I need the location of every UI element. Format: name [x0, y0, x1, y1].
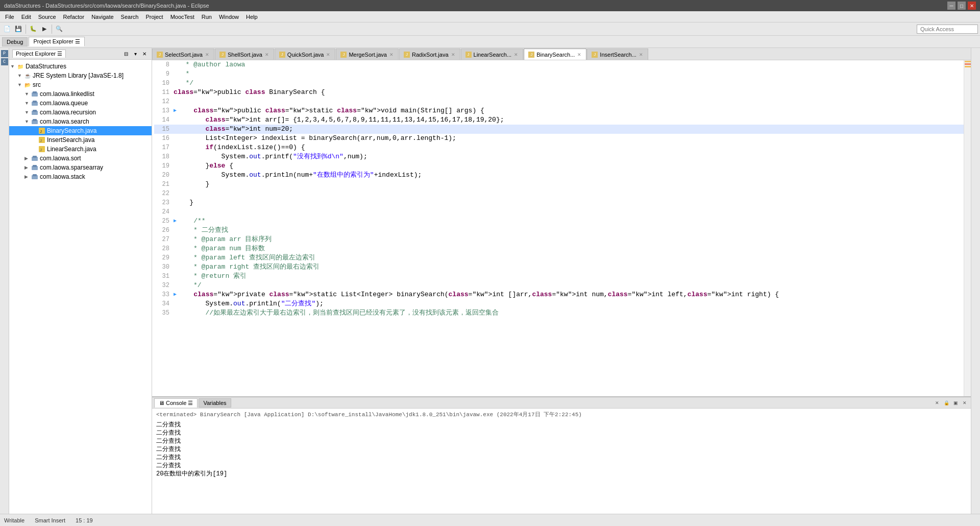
- tree-item-com-laowa-linkedlist[interactable]: ▼com.laowa.linkedlist: [9, 89, 152, 99]
- code-line-20: 20 System.out.println(num+"在数组中的索引为"+ind…: [154, 171, 964, 180]
- left-icon-2[interactable]: C: [1, 58, 8, 65]
- tree-item-jre-system-library--javase-1-8-[interactable]: ▼☕JRE System Library [JavaSE-1.8]: [9, 71, 152, 80]
- tree-item-linearsearch-java[interactable]: JLinearSearch.java: [9, 145, 152, 154]
- tree-item-binarysearch-java[interactable]: JBinarySearch.java: [9, 126, 152, 135]
- editor-tab-mergesort-java[interactable]: JMergeSort.java✕: [336, 49, 399, 60]
- console-line: 二分查找: [156, 437, 967, 445]
- code-line-26: 26 * 二分查找: [154, 226, 964, 235]
- menu-item-help[interactable]: Help: [243, 13, 261, 21]
- console-close-btn[interactable]: ✕: [961, 399, 969, 407]
- editor-tab-shellsort-java[interactable]: JShellSort.java✕: [215, 49, 274, 60]
- tree-item-insertsearch-java[interactable]: JInsertSearch.java: [9, 135, 152, 145]
- editor-tab-radixsort-java[interactable]: JRadixSort.java✕: [399, 49, 460, 60]
- explorer-header-icons: ⊟ ▾ ✕: [122, 50, 149, 58]
- perspective-project-explorer[interactable]: Project Explorer ☰: [29, 37, 84, 46]
- console-clear-btn[interactable]: ✕: [933, 399, 941, 407]
- minimize-button[interactable]: ─: [947, 2, 955, 10]
- console-maximize-btn[interactable]: ▣: [951, 399, 960, 407]
- close-button[interactable]: ✕: [968, 2, 976, 10]
- tree-item-src[interactable]: ▼📂src: [9, 80, 152, 89]
- menu-item-project[interactable]: Project: [142, 13, 166, 21]
- tree-item-datastructures[interactable]: ▼📁DataStructures: [9, 62, 152, 71]
- console-tab[interactable]: 🖥 Console ☰: [154, 398, 198, 408]
- tree-item-com-laowa-recursion[interactable]: ▼com.laowa.recursion: [9, 108, 152, 117]
- tree-item-com-laowa-search[interactable]: ▼com.laowa.search: [9, 117, 152, 126]
- tab-close-icon[interactable]: ✕: [389, 52, 394, 57]
- line-number: 25: [155, 217, 174, 226]
- maximize-button[interactable]: □: [958, 2, 966, 10]
- tab-java-icon: J: [219, 52, 226, 58]
- left-icon-1[interactable]: P: [1, 50, 8, 57]
- editor-tab-insertsearch---[interactable]: JInsertSearch...✕: [587, 49, 648, 60]
- tree-item-com-laowa-queue[interactable]: ▼com.laowa.queue: [9, 99, 152, 108]
- explorer-menu-btn[interactable]: ▾: [131, 50, 139, 58]
- menu-item-search[interactable]: Search: [118, 13, 142, 21]
- explorer-tree: ▼📁DataStructures▼☕JRE System Library [Ja…: [9, 60, 152, 514]
- line-number: 8: [155, 60, 174, 69]
- code-line-11: 11class="kw">public class BinarySearch {: [154, 88, 964, 97]
- console-scroll-lock-btn[interactable]: 🔒: [942, 399, 950, 407]
- code-content: *: [174, 69, 963, 79]
- line-number: 10: [155, 79, 174, 88]
- tree-arrow: ▼: [24, 101, 31, 106]
- menu-item-refactor[interactable]: Refactor: [60, 13, 88, 21]
- code-line-28: 28 * @param num 目标数: [154, 244, 964, 253]
- editor-tab-linearsearch---[interactable]: JLinearSearch...✕: [461, 49, 524, 60]
- menu-item-edit[interactable]: Edit: [18, 13, 34, 21]
- svg-rect-1: [33, 91, 37, 93]
- code-content: * 二分查找: [174, 226, 963, 235]
- debug-button[interactable]: 🐛: [28, 24, 38, 34]
- explorer-collapse-btn[interactable]: ⊟: [122, 50, 130, 58]
- save-button[interactable]: 💾: [13, 24, 23, 34]
- code-editor[interactable]: 8 * @author laowa9 *10 */11class="kw">pu…: [152, 60, 964, 396]
- tree-arrow: ▼: [10, 64, 16, 69]
- code-content: */: [174, 79, 963, 88]
- java-main-icon: J: [38, 127, 46, 135]
- console-line: 二分查找: [156, 429, 967, 437]
- line-number: 15: [155, 125, 174, 134]
- tab-close-icon[interactable]: ✕: [205, 52, 210, 57]
- tab-java-icon: J: [340, 52, 347, 58]
- line-number: 16: [155, 134, 174, 143]
- editor-tab-quicksort-java[interactable]: JQuickSort.java✕: [275, 49, 336, 60]
- perspective-debug[interactable]: Debug: [2, 37, 28, 46]
- quick-access-input[interactable]: [917, 25, 978, 34]
- code-line-15: 15 class="kw">int num=20;: [154, 125, 964, 134]
- tab-close-icon[interactable]: ✕: [577, 52, 582, 57]
- variables-tab[interactable]: Variables: [199, 398, 231, 408]
- line-number: 18: [155, 152, 174, 161]
- tab-close-icon[interactable]: ✕: [264, 52, 270, 57]
- search-button[interactable]: 🔍: [54, 24, 64, 34]
- tab-java-icon: J: [465, 52, 472, 58]
- tab-label: ShellSort.java: [228, 52, 262, 58]
- tab-close-icon[interactable]: ✕: [639, 52, 644, 57]
- code-content: class="kw">public class BinarySearch {: [174, 88, 963, 97]
- tab-close-icon[interactable]: ✕: [451, 52, 456, 57]
- tree-item-label: src: [33, 81, 41, 88]
- editor-right-scrollbar[interactable]: [964, 60, 971, 396]
- tree-item-com-laowa-sparsearray[interactable]: ▶com.laowa.sparsearray: [9, 163, 152, 172]
- tab-close-icon[interactable]: ✕: [513, 52, 519, 57]
- gutter-arrow-icon: ▶: [174, 106, 177, 115]
- editor-tabs: JSelectSort.java✕JShellSort.java✕JQuickS…: [152, 48, 971, 60]
- menu-item-navigate[interactable]: Navigate: [88, 13, 116, 21]
- run-button[interactable]: ▶: [39, 24, 50, 34]
- menu-item-file[interactable]: File: [2, 13, 17, 21]
- menu-item-run[interactable]: Run: [199, 13, 215, 21]
- svg-text:J: J: [40, 138, 42, 143]
- menu-item-mooctest[interactable]: MoocTest: [167, 13, 198, 21]
- menu-item-source[interactable]: Source: [35, 13, 59, 21]
- code-content: System.out.println("二分查找");: [174, 299, 963, 308]
- code-content: * @param num 目标数: [174, 244, 963, 253]
- line-number: 11: [155, 88, 174, 97]
- menu-item-window[interactable]: Window: [216, 13, 242, 21]
- tree-item-com-laowa-stack[interactable]: ▶com.laowa.stack: [9, 172, 152, 181]
- tab-close-icon[interactable]: ✕: [326, 52, 331, 57]
- new-button[interactable]: 📄: [2, 24, 12, 34]
- tree-item-com-laowa-sort[interactable]: ▶com.laowa.sort: [9, 154, 152, 163]
- editor-tab-selectsort-java[interactable]: JSelectSort.java✕: [152, 49, 214, 60]
- code-content: List<Integer> indexList = binarySearch(a…: [174, 134, 963, 143]
- editor-tab-binarysearch---[interactable]: JBinarySearch...✕: [524, 49, 586, 60]
- explorer-close-btn[interactable]: ✕: [140, 50, 149, 58]
- explorer-tab-project[interactable]: Project Explorer ☰: [12, 50, 66, 58]
